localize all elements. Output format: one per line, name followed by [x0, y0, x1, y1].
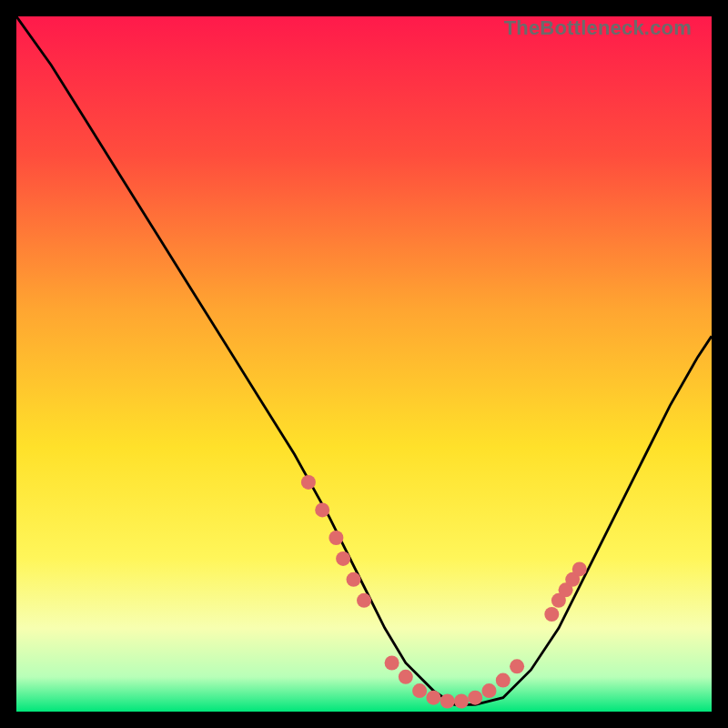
marker-dot: [399, 670, 413, 684]
marker-dot: [336, 551, 350, 566]
marker-dot: [510, 659, 524, 673]
marker-dot: [347, 572, 361, 587]
marker-dot: [496, 673, 511, 688]
marker-dot: [412, 683, 427, 698]
marker-dot: [329, 531, 343, 545]
marker-dot: [468, 691, 482, 705]
marker-dot: [426, 691, 440, 705]
bottleneck-chart: [16, 16, 712, 712]
marker-dot: [544, 607, 559, 622]
marker-dot: [315, 502, 329, 517]
marker-dot: [454, 694, 469, 709]
chart-frame: TheBottleneck.com: [16, 16, 712, 712]
marker-dot: [385, 656, 399, 671]
marker-dot: [301, 475, 316, 490]
marker-dot: [482, 683, 497, 698]
marker-dot: [440, 694, 455, 709]
watermark-text: TheBottleneck.com: [504, 16, 692, 40]
marker-dot: [357, 593, 371, 608]
marker-dot: [572, 561, 587, 576]
